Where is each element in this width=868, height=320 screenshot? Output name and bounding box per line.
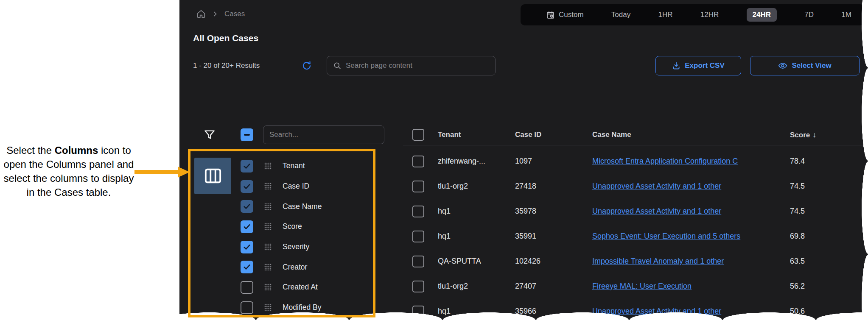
time-range-custom[interactable]: Custom bbox=[546, 11, 584, 19]
cell-tenant: hq1 bbox=[438, 199, 509, 224]
cell-case-name: Unapproved Asset Activity and 1 other bbox=[592, 199, 785, 224]
table-row: zhifenwang-... 1097 Microsoft Entra Appl… bbox=[179, 149, 868, 174]
cell-score: 50.6 bbox=[790, 299, 805, 320]
case-name-link[interactable]: Unapproved Asset Activity and 1 other bbox=[592, 307, 721, 315]
cell-tenant: zhifenwang-... bbox=[438, 149, 509, 174]
cell-score: 74.5 bbox=[790, 174, 805, 199]
row-checkbox[interactable] bbox=[412, 156, 424, 167]
cell-case-id: 1097 bbox=[515, 149, 532, 174]
table-header: Tenant Case ID Case Name Score↓ bbox=[179, 125, 868, 145]
row-checkbox[interactable] bbox=[412, 281, 424, 292]
table-body: zhifenwang-... 1097 Microsoft Entra Appl… bbox=[179, 149, 868, 320]
header-row-checkbox[interactable] bbox=[412, 129, 424, 141]
page-search[interactable] bbox=[327, 56, 496, 75]
row-checkbox[interactable] bbox=[412, 206, 424, 217]
table-row: hq1 35966 Unapproved Asset Activity and … bbox=[179, 299, 868, 320]
cell-tenant: hq1 bbox=[438, 224, 509, 249]
time-range-today[interactable]: Today bbox=[611, 11, 630, 19]
time-range-24hr[interactable]: 24HR bbox=[747, 8, 777, 22]
breadcrumb-current-page: Cases bbox=[224, 10, 245, 18]
download-icon bbox=[672, 61, 680, 70]
case-name-link[interactable]: Unapproved Asset Activity and 1 other bbox=[592, 182, 721, 190]
chevron-right-icon bbox=[212, 11, 218, 17]
results-count: 1 - 20 of 20+ Results bbox=[193, 56, 260, 75]
cell-score: 78.4 bbox=[790, 149, 805, 174]
cell-case-id: 35978 bbox=[515, 199, 536, 224]
cell-score: 69.8 bbox=[790, 224, 805, 249]
cell-case-id: 27407 bbox=[515, 274, 536, 299]
cell-score: 74.5 bbox=[790, 199, 805, 224]
cell-case-name: Unapproved Asset Activity and 1 other bbox=[592, 299, 785, 320]
cell-tenant: hq1 bbox=[438, 299, 509, 320]
cell-tenant: tlu1-org2 bbox=[438, 174, 509, 199]
header-score[interactable]: Score↓ bbox=[790, 125, 816, 145]
cell-case-id: 35991 bbox=[515, 224, 536, 249]
callout-arrow bbox=[134, 167, 190, 178]
search-icon bbox=[333, 61, 342, 70]
cell-case-name: Unapproved Asset Activity and 1 other bbox=[592, 174, 785, 199]
breadcrumb: Cases bbox=[196, 9, 245, 19]
row-checkbox[interactable] bbox=[412, 181, 424, 192]
table-row: hq1 35991 Sophos Event: User Execution a… bbox=[179, 224, 868, 249]
page-title: All Open Cases bbox=[193, 33, 258, 43]
page-search-input[interactable] bbox=[346, 61, 489, 70]
case-name-link[interactable]: Microsoft Entra Application Configuratio… bbox=[592, 157, 738, 165]
time-range-12hr[interactable]: 12HR bbox=[700, 11, 719, 19]
cell-case-name: Impossible Travel Anomaly and 1 other bbox=[592, 249, 785, 274]
table-row: tlu1-org2 27407 Fireeye MAL: User Execut… bbox=[179, 274, 868, 299]
row-checkbox[interactable] bbox=[412, 231, 424, 242]
table-header-divider bbox=[403, 145, 864, 145]
cell-tenant: QA-SPUTTA bbox=[438, 249, 509, 274]
sort-desc-icon: ↓ bbox=[812, 131, 816, 139]
export-csv-button[interactable]: Export CSV bbox=[655, 56, 741, 75]
calendar-clock-icon bbox=[546, 11, 555, 19]
refresh-button[interactable] bbox=[302, 61, 312, 71]
case-name-link[interactable]: Fireeye MAL: User Execution bbox=[592, 282, 692, 290]
cell-case-id: 27418 bbox=[515, 174, 536, 199]
cell-score: 63.5 bbox=[790, 249, 805, 274]
cell-case-name: Microsoft Entra Application Configuratio… bbox=[592, 149, 785, 174]
cases-app-panel: Cases Custom bbox=[179, 0, 868, 320]
time-range-1m[interactable]: 1M bbox=[841, 11, 851, 19]
home-icon[interactable] bbox=[196, 9, 206, 19]
case-name-link[interactable]: Impossible Travel Anomaly and 1 other bbox=[592, 257, 724, 265]
screenshot-canvas: Select the Columns icon to open the Colu… bbox=[0, 0, 868, 320]
cell-case-name: Sophos Event: User Execution and 5 other… bbox=[592, 224, 785, 249]
cell-case-id: 102426 bbox=[515, 249, 540, 274]
table-row: tlu1-org2 27418 Unapproved Asset Activit… bbox=[179, 174, 868, 199]
cell-case-name: Fireeye MAL: User Execution bbox=[592, 274, 785, 299]
cell-case-id: 35966 bbox=[515, 299, 536, 320]
time-range-7d[interactable]: 7D bbox=[804, 11, 814, 19]
table-row: QA-SPUTTA 102426 Impossible Travel Anoma… bbox=[179, 249, 868, 274]
case-name-link[interactable]: Sophos Event: User Execution and 5 other… bbox=[592, 232, 740, 240]
case-name-link[interactable]: Unapproved Asset Activity and 1 other bbox=[592, 207, 721, 215]
header-case-id[interactable]: Case ID bbox=[515, 125, 541, 145]
header-tenant[interactable]: Tenant bbox=[438, 125, 461, 145]
eye-icon bbox=[778, 61, 787, 70]
table-row: hq1 35978 Unapproved Asset Activity and … bbox=[179, 199, 868, 224]
row-checkbox[interactable] bbox=[412, 306, 424, 317]
toolbar: 1 - 20 of 20+ Results bbox=[179, 56, 868, 75]
time-range-bar: Custom Today bbox=[521, 4, 864, 25]
time-range-1hr[interactable]: 1HR bbox=[658, 11, 673, 19]
row-checkbox[interactable] bbox=[412, 256, 424, 267]
cell-score: 56.2 bbox=[790, 274, 805, 299]
header-case-name[interactable]: Case Name bbox=[592, 125, 631, 145]
cell-tenant: tlu1-org2 bbox=[438, 274, 509, 299]
select-view-button[interactable]: Select View bbox=[750, 56, 860, 75]
annotation-text: Select the Columns icon to open the Colu… bbox=[3, 143, 135, 199]
